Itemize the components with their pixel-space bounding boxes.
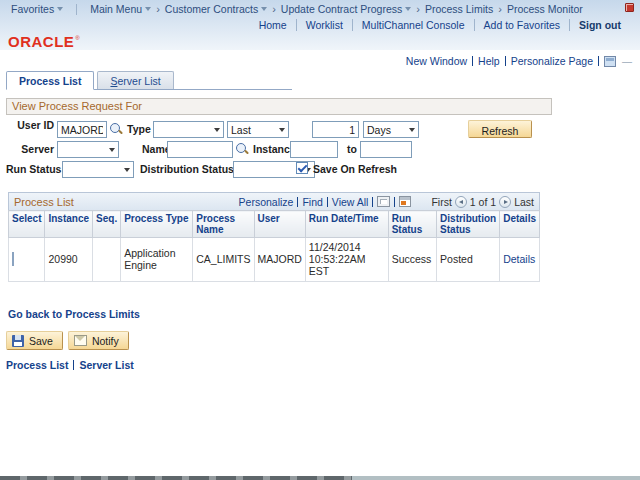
instance-from-input[interactable] — [290, 141, 338, 158]
user-id-input[interactable] — [57, 121, 107, 138]
chevron-down-icon — [279, 128, 285, 132]
chevron-down-icon — [261, 7, 267, 11]
process-list-bottom-link[interactable]: Process List — [6, 359, 68, 371]
instance-to-input[interactable] — [360, 141, 412, 158]
multichannel-console-link[interactable]: MultiChannel Console — [353, 19, 475, 31]
download-to-excel-icon[interactable] — [399, 196, 411, 207]
grid-pagination: First 1 of 1 Last — [431, 196, 534, 208]
col-seq: Seq. — [93, 211, 121, 238]
favorites-menu[interactable]: Favorites — [11, 3, 63, 15]
name-input[interactable] — [167, 141, 233, 158]
run-status-label: Run Status — [6, 163, 61, 175]
breadcrumb-label: Process Limits — [425, 3, 493, 15]
chevron-down-icon — [405, 7, 411, 11]
row-select-checkbox[interactable] — [12, 252, 14, 266]
breadcrumb-label: Customer Contracts — [165, 3, 258, 15]
registered-mark: ® — [75, 33, 79, 43]
save-disk-icon — [12, 335, 24, 347]
server-select[interactable] — [57, 141, 119, 158]
dash-glyph: — — [622, 56, 632, 67]
grid-titlebar: Process List Personalize Find View All F… — [8, 192, 540, 210]
breadcrumb: Favorites Main Menu › Customer Contracts… — [0, 2, 640, 16]
main-menu-label: Main Menu — [90, 3, 142, 15]
col-details: Details — [500, 211, 540, 238]
last-link[interactable]: Last — [514, 196, 534, 208]
type-label: Type — [127, 123, 151, 135]
home-link[interactable]: Home — [250, 19, 297, 31]
cell-process-name: CA_LIMITS — [193, 238, 254, 282]
chevron-down-icon — [409, 128, 415, 132]
tab-process-list[interactable]: Process List — [6, 71, 94, 90]
first-link[interactable]: First — [431, 196, 451, 208]
chevron-down-icon — [57, 7, 63, 11]
separator — [598, 56, 599, 66]
days-select-value: Days — [367, 124, 391, 136]
process-list-grid: Process List Personalize Find View All F… — [8, 192, 540, 282]
notify-button[interactable]: Notify — [68, 331, 129, 350]
save-button[interactable]: Save — [6, 331, 63, 350]
save-button-label: Save — [29, 335, 53, 347]
cell-details: Details — [500, 238, 540, 282]
name-lookup-icon[interactable] — [235, 142, 249, 156]
add-to-favorites-link[interactable]: Add to Favorites — [475, 19, 570, 31]
notify-button-label: Notify — [92, 335, 119, 347]
next-page-icon[interactable] — [499, 196, 511, 208]
last-select[interactable]: Last — [227, 121, 289, 138]
breadcrumb-update-contract-progress[interactable]: Update Contract Progress — [281, 3, 411, 15]
chevron-down-icon — [214, 128, 220, 132]
cell-seq — [93, 238, 121, 282]
cell-instance: 20990 — [45, 238, 93, 282]
go-back-link[interactable]: Go back to Process Limits — [8, 308, 140, 320]
col-process-type: Process Type — [121, 211, 193, 238]
chevron-down-icon — [109, 148, 115, 152]
header-links: Home Worklist MultiChannel Console Add t… — [0, 16, 640, 33]
envelope-icon — [74, 335, 87, 346]
cell-select — [9, 238, 45, 282]
page-position: 1 of 1 — [470, 196, 496, 208]
days-select[interactable]: Days — [363, 121, 419, 138]
sign-out-link[interactable]: Sign out — [570, 19, 630, 31]
zoom-grid-icon[interactable] — [377, 196, 390, 207]
save-on-refresh-label: Save On Refresh — [313, 163, 397, 175]
distribution-status-label: Distribution Status — [140, 163, 234, 175]
breadcrumb-process-monitor[interactable]: Process Monitor — [507, 3, 583, 15]
view-all-link[interactable]: View All — [332, 196, 369, 208]
chevron-down-icon — [145, 7, 151, 11]
to-label: to — [347, 143, 357, 155]
new-window-link[interactable]: New Window — [401, 55, 472, 67]
action-button-row: Save Notify — [6, 331, 640, 350]
col-select: Select — [9, 211, 45, 238]
main-menu[interactable]: Main Menu — [90, 3, 151, 15]
new-window-icon[interactable] — [604, 56, 616, 67]
help-link[interactable]: Help — [473, 55, 505, 67]
breadcrumb-separator: › — [498, 3, 502, 15]
breadcrumb-separator: › — [416, 3, 420, 15]
breadcrumb-process-limits[interactable]: Process Limits — [425, 3, 493, 15]
worklist-link[interactable]: Worklist — [297, 19, 353, 31]
bottom-window-edge-segments — [0, 476, 352, 480]
tab-server-list[interactable]: Server List — [97, 71, 173, 89]
tab-label: erver List — [117, 75, 160, 87]
separator — [394, 197, 395, 207]
favorites-label: Favorites — [11, 3, 54, 15]
separator — [372, 197, 373, 207]
refresh-button[interactable]: Refresh — [468, 120, 532, 138]
save-on-refresh-checkbox[interactable] — [296, 162, 308, 174]
count-input[interactable] — [312, 121, 359, 138]
server-list-bottom-link[interactable]: Server List — [79, 359, 133, 371]
find-link[interactable]: Find — [302, 196, 322, 208]
breadcrumb-customer-contracts[interactable]: Customer Contracts — [165, 3, 267, 15]
app-header: Favorites Main Menu › Customer Contracts… — [0, 0, 640, 50]
col-process-name: Process Name — [193, 211, 254, 238]
process-list-table: Select Instance Seq. Process Type Proces… — [8, 210, 540, 282]
type-select[interactable] — [153, 121, 224, 138]
personalize-page-link[interactable]: Personalize Page — [506, 55, 598, 67]
details-link[interactable]: Details — [503, 253, 535, 265]
user-id-lookup-icon[interactable] — [109, 122, 123, 136]
personalize-link[interactable]: Personalize — [239, 196, 294, 208]
separator — [297, 197, 298, 207]
run-status-select[interactable] — [62, 161, 134, 178]
previous-page-icon[interactable] — [455, 196, 467, 208]
col-distribution-status: Distribution Status — [437, 211, 500, 238]
cell-user: MAJORD — [254, 238, 305, 282]
